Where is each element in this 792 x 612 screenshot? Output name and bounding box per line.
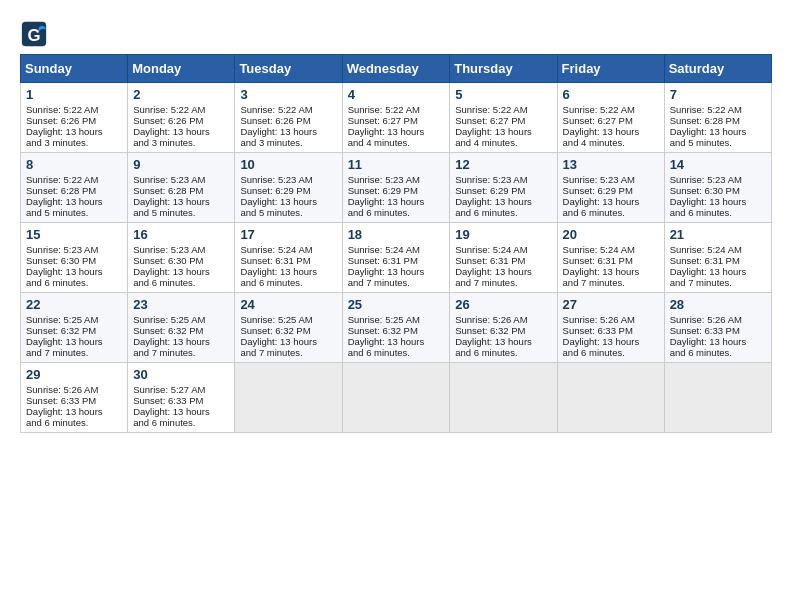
calendar-day-21: 21Sunrise: 5:24 AMSunset: 6:31 PMDayligh…	[664, 223, 771, 293]
calendar-day-13: 13Sunrise: 5:23 AMSunset: 6:29 PMDayligh…	[557, 153, 664, 223]
calendar-day-20: 20Sunrise: 5:24 AMSunset: 6:31 PMDayligh…	[557, 223, 664, 293]
calendar-empty-cell	[235, 363, 342, 433]
calendar-day-26: 26Sunrise: 5:26 AMSunset: 6:32 PMDayligh…	[450, 293, 557, 363]
weekday-header-tuesday: Tuesday	[235, 55, 342, 83]
calendar-day-4: 4Sunrise: 5:22 AMSunset: 6:27 PMDaylight…	[342, 83, 450, 153]
calendar-day-24: 24Sunrise: 5:25 AMSunset: 6:32 PMDayligh…	[235, 293, 342, 363]
calendar-day-25: 25Sunrise: 5:25 AMSunset: 6:32 PMDayligh…	[342, 293, 450, 363]
calendar-day-9: 9Sunrise: 5:23 AMSunset: 6:28 PMDaylight…	[128, 153, 235, 223]
page-header: G	[20, 20, 772, 48]
calendar-day-22: 22Sunrise: 5:25 AMSunset: 6:32 PMDayligh…	[21, 293, 128, 363]
calendar-week-3: 15Sunrise: 5:23 AMSunset: 6:30 PMDayligh…	[21, 223, 772, 293]
calendar-day-3: 3Sunrise: 5:22 AMSunset: 6:26 PMDaylight…	[235, 83, 342, 153]
calendar-day-11: 11Sunrise: 5:23 AMSunset: 6:29 PMDayligh…	[342, 153, 450, 223]
weekday-header-saturday: Saturday	[664, 55, 771, 83]
calendar-week-2: 8Sunrise: 5:22 AMSunset: 6:28 PMDaylight…	[21, 153, 772, 223]
calendar-day-23: 23Sunrise: 5:25 AMSunset: 6:32 PMDayligh…	[128, 293, 235, 363]
calendar-day-1: 1Sunrise: 5:22 AMSunset: 6:26 PMDaylight…	[21, 83, 128, 153]
calendar-day-12: 12Sunrise: 5:23 AMSunset: 6:29 PMDayligh…	[450, 153, 557, 223]
calendar-empty-cell	[664, 363, 771, 433]
calendar-day-17: 17Sunrise: 5:24 AMSunset: 6:31 PMDayligh…	[235, 223, 342, 293]
logo-icon: G	[20, 20, 48, 48]
svg-text:G: G	[27, 26, 40, 45]
logo: G	[20, 20, 52, 48]
calendar-day-10: 10Sunrise: 5:23 AMSunset: 6:29 PMDayligh…	[235, 153, 342, 223]
calendar-day-28: 28Sunrise: 5:26 AMSunset: 6:33 PMDayligh…	[664, 293, 771, 363]
calendar-empty-cell	[557, 363, 664, 433]
calendar-day-15: 15Sunrise: 5:23 AMSunset: 6:30 PMDayligh…	[21, 223, 128, 293]
calendar-day-7: 7Sunrise: 5:22 AMSunset: 6:28 PMDaylight…	[664, 83, 771, 153]
calendar-week-4: 22Sunrise: 5:25 AMSunset: 6:32 PMDayligh…	[21, 293, 772, 363]
weekday-header-row: SundayMondayTuesdayWednesdayThursdayFrid…	[21, 55, 772, 83]
calendar-day-14: 14Sunrise: 5:23 AMSunset: 6:30 PMDayligh…	[664, 153, 771, 223]
calendar-day-8: 8Sunrise: 5:22 AMSunset: 6:28 PMDaylight…	[21, 153, 128, 223]
calendar-week-5: 29Sunrise: 5:26 AMSunset: 6:33 PMDayligh…	[21, 363, 772, 433]
calendar-empty-cell	[450, 363, 557, 433]
weekday-header-friday: Friday	[557, 55, 664, 83]
weekday-header-wednesday: Wednesday	[342, 55, 450, 83]
weekday-header-thursday: Thursday	[450, 55, 557, 83]
calendar-day-30: 30Sunrise: 5:27 AMSunset: 6:33 PMDayligh…	[128, 363, 235, 433]
weekday-header-sunday: Sunday	[21, 55, 128, 83]
calendar-table: SundayMondayTuesdayWednesdayThursdayFrid…	[20, 54, 772, 433]
weekday-header-monday: Monday	[128, 55, 235, 83]
calendar-day-18: 18Sunrise: 5:24 AMSunset: 6:31 PMDayligh…	[342, 223, 450, 293]
calendar-day-29: 29Sunrise: 5:26 AMSunset: 6:33 PMDayligh…	[21, 363, 128, 433]
calendar-empty-cell	[342, 363, 450, 433]
calendar-day-27: 27Sunrise: 5:26 AMSunset: 6:33 PMDayligh…	[557, 293, 664, 363]
calendar-day-19: 19Sunrise: 5:24 AMSunset: 6:31 PMDayligh…	[450, 223, 557, 293]
calendar-day-5: 5Sunrise: 5:22 AMSunset: 6:27 PMDaylight…	[450, 83, 557, 153]
calendar-week-1: 1Sunrise: 5:22 AMSunset: 6:26 PMDaylight…	[21, 83, 772, 153]
calendar-day-16: 16Sunrise: 5:23 AMSunset: 6:30 PMDayligh…	[128, 223, 235, 293]
calendar-day-2: 2Sunrise: 5:22 AMSunset: 6:26 PMDaylight…	[128, 83, 235, 153]
calendar-day-6: 6Sunrise: 5:22 AMSunset: 6:27 PMDaylight…	[557, 83, 664, 153]
